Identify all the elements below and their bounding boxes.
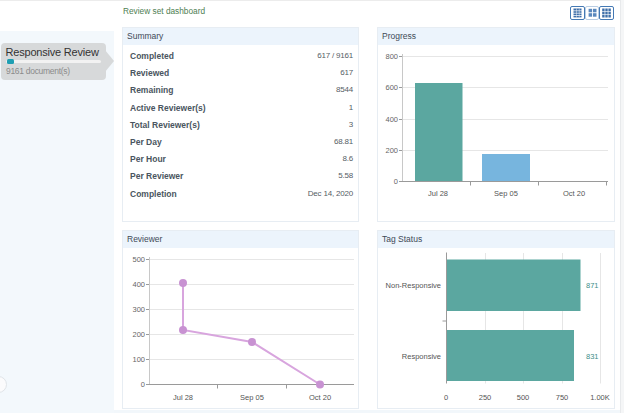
svg-text:500: 500 xyxy=(132,255,145,264)
svg-text:Sep 05: Sep 05 xyxy=(240,393,264,402)
svg-text:800: 800 xyxy=(385,52,398,61)
svg-text:200: 200 xyxy=(385,146,398,155)
svg-text:831: 831 xyxy=(586,352,599,361)
svg-text:Jul 28: Jul 28 xyxy=(173,393,193,402)
svg-text:750: 750 xyxy=(556,393,569,402)
svg-text:300: 300 xyxy=(132,305,145,314)
svg-text:Oct 20: Oct 20 xyxy=(563,189,585,198)
svg-text:200: 200 xyxy=(132,330,145,339)
svg-text:100: 100 xyxy=(132,355,145,364)
svg-text:0: 0 xyxy=(444,393,448,402)
svg-text:400: 400 xyxy=(132,280,145,289)
svg-text:871: 871 xyxy=(586,281,599,290)
svg-text:Jul 28: Jul 28 xyxy=(428,189,448,198)
svg-text:600: 600 xyxy=(385,83,398,92)
svg-text:Responsive: Responsive xyxy=(402,352,441,361)
svg-text:Non-Responsive: Non-Responsive xyxy=(386,281,441,290)
svg-text:400: 400 xyxy=(385,115,398,124)
svg-text:Sep 05: Sep 05 xyxy=(494,189,518,198)
svg-text:Oct 20: Oct 20 xyxy=(309,393,331,402)
svg-text:1.00K: 1.00K xyxy=(590,393,610,402)
svg-text:0: 0 xyxy=(141,380,145,389)
svg-text:500: 500 xyxy=(517,393,530,402)
svg-text:250: 250 xyxy=(479,393,492,402)
svg-text:0: 0 xyxy=(394,177,398,186)
